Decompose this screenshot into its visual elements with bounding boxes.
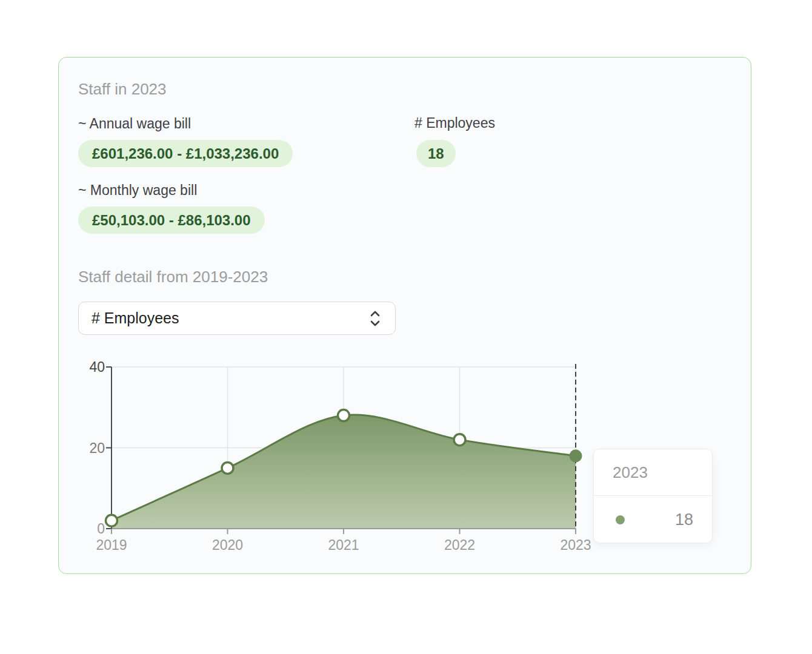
y-axis-label: 20 (89, 440, 105, 456)
chart-marker[interactable] (338, 410, 350, 421)
staff-summary-card: Staff in 2023 ~ Annual wage bill £601,23… (58, 57, 751, 574)
annual-wage-label: ~ Annual wage bill (78, 116, 191, 132)
tooltip-value: 18 (675, 510, 693, 529)
monthly-wage-label: ~ Monthly wage bill (78, 182, 197, 199)
metric-select-value: # Employees (92, 309, 179, 327)
annual-wage-value: £601,236.00 - £1,033,236.00 (78, 140, 293, 167)
x-axis-label: 2019 (96, 537, 127, 553)
chevron-up-down-icon (370, 309, 381, 328)
tooltip-series-row: 18 (594, 496, 712, 543)
chart-marker[interactable] (222, 462, 233, 474)
y-axis-label: 0 (97, 521, 105, 537)
metric-select[interactable]: # Employees (78, 302, 396, 335)
x-axis-label: 2023 (560, 537, 591, 553)
legend-dot-icon (616, 515, 625, 524)
tooltip-year: 2023 (594, 449, 712, 496)
chart-marker[interactable] (106, 515, 118, 526)
chart-area (111, 415, 576, 529)
employees-label: # Employees (414, 115, 495, 131)
x-axis-label: 2020 (212, 537, 243, 553)
chart-tooltip: 2023 18 (593, 449, 713, 543)
staff-area-chart[interactable]: 0204020192020202120222023 (79, 358, 613, 558)
monthly-wage-value: £50,103.00 - £86,103.00 (78, 206, 265, 234)
detail-section-title: Staff detail from 2019-2023 (78, 268, 268, 286)
chart-marker[interactable] (454, 434, 465, 446)
employees-value: 18 (416, 140, 456, 167)
x-axis-label: 2021 (328, 537, 359, 553)
card-title: Staff in 2023 (78, 80, 167, 99)
y-axis-label: 40 (89, 359, 105, 375)
x-axis-label: 2022 (444, 537, 475, 553)
chart-marker-active[interactable] (570, 449, 582, 462)
